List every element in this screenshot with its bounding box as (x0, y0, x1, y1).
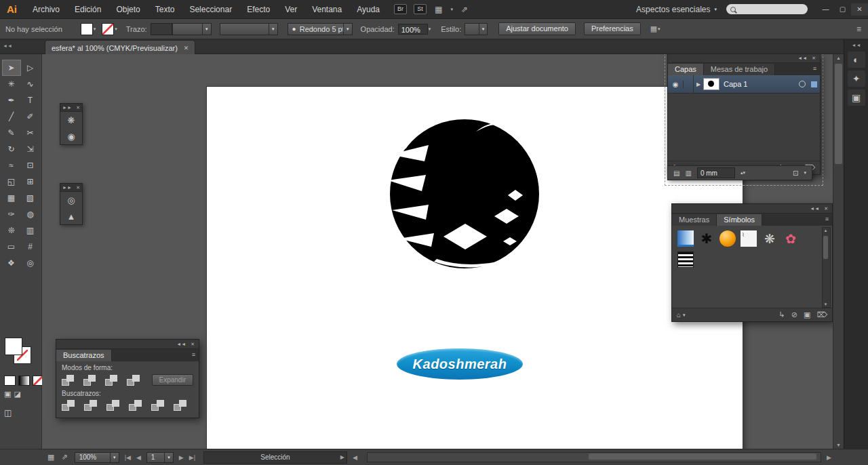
trim-icon[interactable] (84, 400, 97, 411)
eyedropper-tool[interactable]: ✑ (2, 206, 21, 222)
artboard-tool[interactable]: ▭ (2, 239, 21, 255)
hand-tool[interactable]: ❖ (2, 255, 21, 271)
fit-document-button[interactable]: Ajustar documento (498, 22, 576, 35)
symbol-banner-gradient[interactable] (677, 230, 694, 247)
close-button[interactable]: ✕ (851, 3, 868, 16)
column-graph-tool[interactable]: ▥ (21, 222, 40, 239)
offset-stepper-icon[interactable]: ▴▾ (741, 170, 745, 176)
divide-icon[interactable] (62, 400, 75, 411)
scissors-tool[interactable]: ✂ (21, 125, 40, 141)
mesh-tool[interactable]: ▦ (2, 190, 21, 206)
scale-tool[interactable]: ⇲ (21, 141, 40, 157)
menu-objeto[interactable]: Objeto (108, 0, 147, 19)
symbol-star-outline[interactable]: ❋ (762, 230, 778, 247)
graphic-styles-panel-icon[interactable]: ▣ (848, 89, 865, 106)
document-tab[interactable]: esfera* al 100% (CMYK/Previsualizar) ✕ (45, 40, 195, 55)
layer-target-icon[interactable] (799, 81, 806, 87)
opacity-dropdown-icon[interactable]: ▾ (429, 26, 431, 32)
symbols-scroll-up-icon[interactable]: ▲ (823, 228, 829, 232)
bridge-icon[interactable]: Br (394, 4, 407, 14)
place-symbol-icon[interactable]: ↳ (779, 310, 785, 319)
align-a-icon[interactable]: ▤ (673, 169, 679, 177)
unite-icon[interactable] (62, 375, 74, 386)
crop-icon[interactable] (129, 400, 142, 411)
delete-symbol-icon[interactable]: ⌦ (816, 310, 827, 319)
symbol-sketch-marks[interactable]: ⌇ (741, 230, 757, 247)
lasso-tool[interactable]: ∿ (21, 76, 40, 92)
exclude-icon[interactable] (127, 375, 139, 386)
document-close-icon[interactable]: ✕ (184, 45, 189, 52)
vscroll-thumb[interactable] (835, 64, 842, 164)
symbol-daisy-flower[interactable]: ✿ (783, 230, 799, 247)
artboard-number-dropdown[interactable]: 1 ▾ (146, 452, 174, 463)
revolve-palette-icon[interactable]: ◎ (60, 192, 82, 208)
cone-palette-icon[interactable]: ▲ (60, 208, 82, 224)
hscroll-right-icon[interactable]: ▶ (827, 454, 831, 461)
style-dropdown[interactable]: ▾ (465, 23, 488, 35)
line-segment-tool[interactable]: ╱ (2, 108, 21, 125)
menu-ventana[interactable]: Ventana (304, 0, 349, 19)
search-input[interactable] (739, 5, 796, 14)
fill-color-well[interactable] (5, 338, 22, 355)
appearance-panel-icon[interactable]: ✦ (848, 70, 865, 87)
pathfinder-close-icon[interactable]: ✕ (191, 342, 195, 347)
draw-behind-icon[interactable]: ◪ (14, 390, 20, 399)
orb-palette-icon[interactable]: ◉ (60, 128, 82, 144)
horizontal-scrollbar[interactable] (367, 452, 821, 462)
layers-collapse-icon[interactable]: ◄◄ (797, 56, 807, 60)
stock-icon[interactable]: St (414, 4, 427, 14)
toolbar-collapse-icon[interactable]: ◄◄ (3, 43, 12, 48)
variable-width-dropdown[interactable]: ▾ (220, 23, 278, 35)
palette-expand-icon[interactable]: ►► (62, 105, 72, 110)
share-icon[interactable]: ⇗ (461, 5, 468, 14)
artboard-first-icon[interactable]: |◀ (125, 454, 131, 461)
selection-tool[interactable]: ➤ (2, 60, 21, 76)
stroke-dropdown-icon[interactable]: ▾ (115, 26, 117, 32)
intersect-icon[interactable] (105, 375, 117, 386)
workspace-switcher[interactable]: Aspectos esenciales ▾ (636, 5, 717, 14)
blend-tool[interactable]: ◍ (21, 206, 40, 222)
expand-button[interactable]: Expandir (152, 374, 193, 386)
status-launch-icon[interactable]: ⇗ (61, 453, 67, 462)
symbol-ink-splatter[interactable]: ✱ (698, 230, 715, 247)
layer-selection-chip[interactable] (811, 81, 817, 87)
tab-buscatrazos[interactable]: Buscatrazos (56, 350, 112, 361)
document-setup-dropdown-icon[interactable]: ▾ (658, 26, 660, 32)
pathfinder-collapse-icon[interactable]: ◄◄ (176, 342, 186, 346)
menu-ver[interactable]: Ver (277, 0, 304, 19)
layers-menu-icon[interactable]: ≡ (813, 65, 816, 72)
tab-simbolos[interactable]: Símbolos (717, 214, 762, 226)
menu-archivo[interactable]: Archivo (25, 0, 67, 19)
symbols-scrollbar[interactable]: ▲ ▼ (822, 227, 831, 308)
break-link-icon[interactable]: ⊘ (791, 310, 797, 319)
slice-tool[interactable]: # (21, 239, 40, 255)
zoom-dropdown[interactable]: 100% ▾ (75, 452, 119, 463)
menu-texto[interactable]: Texto (148, 0, 182, 19)
type-tool[interactable]: T (21, 92, 40, 108)
free-transform-tool[interactable]: ⊡ (21, 157, 40, 174)
minus-front-icon[interactable] (83, 375, 96, 386)
symbol-orange-orb[interactable] (719, 230, 736, 247)
kadoshmerah-logo[interactable]: Kadoshmerah (397, 348, 523, 380)
minimize-button[interactable]: — (817, 3, 834, 16)
palette-close-icon[interactable]: ✕ (76, 105, 80, 110)
layer-row-capa1[interactable]: ◉ ▶ Capa 1 (668, 75, 820, 94)
layer-disclosure-icon[interactable]: ▶ (694, 81, 703, 87)
opacity-field[interactable]: 100% (398, 24, 428, 35)
lock-column[interactable] (684, 75, 694, 93)
menu-efecto[interactable]: Efecto (239, 0, 277, 19)
layer-name[interactable]: Capa 1 (724, 80, 799, 88)
vscroll-down-icon[interactable]: ▼ (833, 443, 844, 447)
palette2-close-icon[interactable]: ✕ (76, 185, 80, 190)
dock-expand-icon[interactable]: ◄◄ (844, 39, 868, 49)
vertical-scrollbar[interactable]: ▲ ▼ (833, 54, 844, 449)
status-expand-icon[interactable]: ▶ (340, 454, 344, 460)
hscroll-left-icon[interactable]: ◀ (353, 454, 357, 461)
rotate-tool[interactable]: ↻ (2, 141, 21, 157)
new-symbol-icon[interactable]: ▣ (804, 310, 810, 319)
screen-mode-icon[interactable]: ◫ (4, 408, 12, 418)
visibility-eye-icon[interactable]: ◉ (668, 81, 684, 88)
status-grid-icon[interactable]: ▦ (47, 453, 54, 462)
symbols-menu-icon[interactable]: ≡ (825, 216, 829, 222)
constrain-icon[interactable]: ⊡ (793, 169, 798, 177)
